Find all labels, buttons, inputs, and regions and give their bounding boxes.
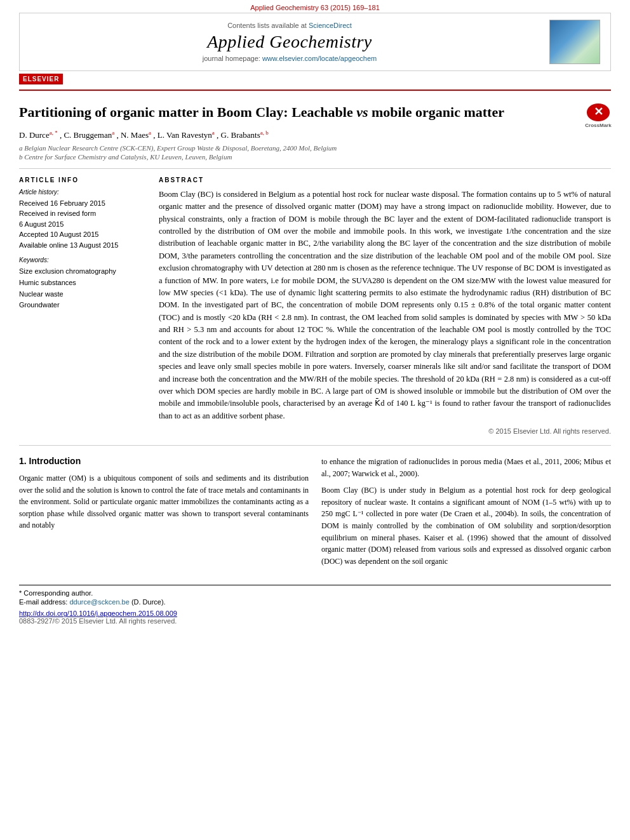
intro-right: to enhance the migration of radionuclide…: [321, 456, 611, 572]
abstract-text: Boom Clay (BC) is considered in Belgium …: [159, 189, 611, 422]
keywords-label: Keywords:: [19, 257, 146, 263]
issn-line: 0883-2927/© 2015 Elsevier Ltd. All right…: [19, 617, 611, 625]
sciencedirect-link[interactable]: ScienceDirect: [309, 22, 352, 29]
affiliation-a: a Belgian Nuclear Research Centre (SCK-C…: [19, 144, 611, 152]
divider-1: [19, 168, 611, 169]
keyword-1: Size exclusion chromatography: [19, 266, 146, 277]
intro-text-right-1: to enhance the migration of radionuclide…: [321, 456, 611, 479]
intro-left: 1. Introduction Organic matter (OM) is a…: [19, 456, 309, 572]
authors-line: D. Durcea, * , C. Bruggemana , N. Maesa …: [19, 130, 611, 140]
email-link[interactable]: ddurce@sckcen.be: [69, 598, 131, 606]
received-revised-label: Received in revised form: [19, 208, 146, 219]
revised-date: 6 August 2015: [19, 219, 146, 230]
journal-reference: Applied Geochemistry 63 (2015) 169–181: [0, 0, 630, 13]
elsevier-logo: ELSEVIER: [19, 74, 63, 84]
journal-header: Contents lists available at ScienceDirec…: [19, 13, 611, 71]
keyword-3: Nuclear waste: [19, 289, 146, 300]
sciencedirect-line: Contents lists available at ScienceDirec…: [30, 22, 549, 29]
crossmark-badge: ✕ CrossMark: [586, 103, 611, 129]
intro-text-left: Organic matter (OM) is a ubiquitous comp…: [19, 472, 309, 531]
journal-thumbnail: [549, 20, 600, 64]
footer: * Corresponding author. E-mail address: …: [19, 585, 611, 625]
accepted-date: Accepted 10 August 2015: [19, 229, 146, 240]
journal-title: Applied Geochemistry: [30, 32, 549, 52]
doi-link[interactable]: http://dx.doi.org/10.1016/j.apgeochem.20…: [19, 610, 177, 617]
divider-2: [19, 445, 611, 446]
intro-heading: 1. Introduction: [19, 456, 309, 466]
footer-email-line: E-mail address: ddurce@sckcen.be (D. Dur…: [19, 598, 611, 606]
crossmark-circle: ✕: [587, 103, 610, 121]
received-date: Received 16 February 2015: [19, 198, 146, 209]
journal-homepage: journal homepage: www.elsevier.com/locat…: [30, 55, 549, 62]
affiliation-b: b Centre for Surface Chemistry and Catal…: [19, 153, 611, 161]
corresponding-note: * Corresponding author.: [19, 589, 611, 597]
elsevier-logo-bar: ELSEVIER: [19, 71, 611, 91]
journal-header-center: Contents lists available at ScienceDirec…: [30, 22, 549, 62]
article-info-col: ARTICLE INFO Article history: Received 1…: [19, 177, 146, 435]
available-date: Available online 13 August 2015: [19, 240, 146, 251]
history-label: Article history:: [19, 189, 146, 196]
copyright-line: © 2015 Elsevier Ltd. All rights reserved…: [159, 427, 611, 435]
article-info-abstract: ARTICLE INFO Article history: Received 1…: [19, 177, 611, 435]
journal-homepage-link[interactable]: www.elsevier.com/locate/apgeochem: [262, 55, 377, 62]
abstract-label: ABSTRACT: [159, 177, 611, 183]
abstract-col: ABSTRACT Boom Clay (BC) is considered in…: [159, 177, 611, 435]
keyword-4: Groundwater: [19, 300, 146, 311]
keyword-2: Humic substances: [19, 277, 146, 289]
main-content: Partitioning of organic matter in Boom C…: [19, 91, 611, 572]
article-info-label: ARTICLE INFO: [19, 177, 146, 183]
intro-text-right-2: Boom Clay (BC) is under study in Belgium…: [321, 484, 611, 567]
doi-line: http://dx.doi.org/10.1016/j.apgeochem.20…: [19, 610, 611, 617]
introduction-section: 1. Introduction Organic matter (OM) is a…: [19, 456, 611, 572]
article-title: Partitioning of organic matter in Boom C…: [19, 103, 611, 122]
